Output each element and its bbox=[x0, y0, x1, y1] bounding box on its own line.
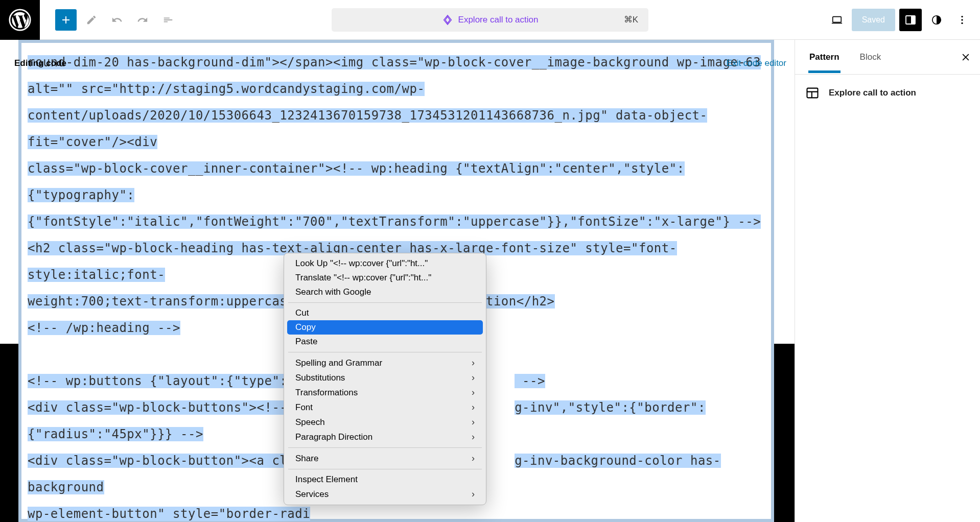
chevron-right-icon: › bbox=[472, 432, 475, 442]
menu-item-label: Cut bbox=[295, 308, 309, 318]
chevron-right-icon: › bbox=[472, 489, 475, 500]
menu-item-label: Font bbox=[295, 402, 313, 413]
close-panel-button[interactable] bbox=[955, 47, 976, 67]
shuffle-icon bbox=[442, 14, 453, 26]
kebab-icon bbox=[956, 14, 968, 26]
menu-item-label: Substitutions bbox=[295, 373, 345, 383]
close-icon bbox=[961, 52, 971, 62]
toolbar-left bbox=[40, 9, 179, 31]
menu-item[interactable]: Paragraph Direction› bbox=[284, 430, 486, 444]
svg-rect-1 bbox=[832, 16, 841, 22]
chevron-right-icon: › bbox=[472, 387, 475, 398]
plus-icon bbox=[60, 14, 72, 26]
menu-item-label: Translate "<!-- wp:cover {"url":"ht..." bbox=[295, 273, 431, 283]
editing-label: Editing code bbox=[14, 58, 66, 68]
edit-tool-button[interactable] bbox=[81, 9, 102, 31]
toolbar-right: Saved bbox=[826, 9, 980, 31]
document-overview-button[interactable] bbox=[157, 9, 179, 31]
settings-sidebar: Pattern Block Explore call to action bbox=[795, 40, 980, 522]
menu-item-label: Services bbox=[295, 489, 329, 500]
main-area: round-dim-20 has-background-dim"></span>… bbox=[0, 40, 980, 522]
options-button[interactable] bbox=[951, 9, 973, 31]
svg-point-5 bbox=[961, 15, 963, 17]
pattern-title-row: Explore call to action bbox=[795, 75, 980, 111]
wordpress-icon bbox=[9, 9, 31, 31]
command-bar-shortcut: ⌘K bbox=[624, 14, 638, 25]
undo-button[interactable] bbox=[106, 9, 128, 31]
menu-item[interactable]: Font› bbox=[284, 400, 486, 415]
menu-separator bbox=[288, 352, 482, 352]
undo-icon bbox=[111, 14, 123, 26]
svg-rect-3 bbox=[911, 16, 915, 24]
menu-item-label: Paste bbox=[295, 337, 317, 347]
pattern-title: Explore call to action bbox=[829, 88, 916, 98]
menu-item[interactable]: Look Up "<!-- wp:cover {"url":"ht..." bbox=[284, 256, 486, 271]
add-block-button[interactable] bbox=[55, 9, 77, 31]
layout-icon bbox=[805, 86, 820, 100]
menu-item-label: Inspect Element bbox=[295, 474, 358, 485]
list-icon bbox=[162, 14, 174, 26]
chevron-right-icon: › bbox=[472, 402, 475, 413]
svg-rect-8 bbox=[807, 88, 818, 98]
menu-item[interactable]: Paste bbox=[284, 335, 486, 349]
menu-item[interactable]: Copy bbox=[287, 320, 483, 335]
exit-code-editor-link[interactable]: Exit code editor bbox=[727, 58, 786, 68]
context-menu: Look Up "<!-- wp:cover {"url":"ht..."Tra… bbox=[284, 253, 486, 505]
menu-item-label: Paragraph Direction bbox=[295, 432, 372, 442]
menu-separator bbox=[288, 469, 482, 469]
sidebar-icon bbox=[904, 14, 917, 26]
svg-point-6 bbox=[961, 19, 963, 20]
menu-item-label: Look Up "<!-- wp:cover {"url":"ht..." bbox=[295, 258, 428, 269]
contrast-icon bbox=[931, 14, 942, 26]
menu-item[interactable]: Translate "<!-- wp:cover {"url":"ht..." bbox=[284, 271, 486, 285]
menu-item[interactable]: Speech› bbox=[284, 415, 486, 430]
menu-item[interactable]: Transformations› bbox=[284, 385, 486, 400]
menu-item-label: Share bbox=[295, 454, 318, 464]
settings-panel-toggle[interactable] bbox=[899, 9, 922, 31]
redo-icon bbox=[137, 14, 148, 26]
menu-item[interactable]: Services› bbox=[284, 487, 486, 502]
tab-pattern[interactable]: Pattern bbox=[799, 42, 850, 73]
command-bar-label: Explore call to action bbox=[458, 15, 539, 25]
chevron-right-icon: › bbox=[472, 417, 475, 428]
menu-item-label: Search with Google bbox=[295, 287, 371, 297]
menu-item[interactable]: Substitutions› bbox=[284, 370, 486, 385]
editing-bar: Editing code Exit code editor bbox=[14, 58, 786, 68]
wordpress-logo[interactable] bbox=[0, 0, 40, 40]
device-icon bbox=[831, 14, 843, 26]
view-button[interactable] bbox=[826, 9, 848, 31]
menu-item[interactable]: Inspect Element bbox=[284, 472, 486, 487]
chevron-right-icon: › bbox=[472, 358, 475, 368]
menu-separator bbox=[288, 447, 482, 448]
menu-item-label: Speech bbox=[295, 417, 325, 428]
chevron-right-icon: › bbox=[472, 453, 475, 464]
chevron-right-icon: › bbox=[472, 372, 475, 383]
sidebar-tabs: Pattern Block bbox=[795, 40, 980, 75]
pencil-icon bbox=[86, 14, 97, 26]
menu-item[interactable]: Spelling and Grammar› bbox=[284, 355, 486, 370]
menu-item[interactable]: Cut bbox=[284, 306, 486, 320]
top-toolbar: Explore call to action ⌘K Saved bbox=[0, 0, 980, 40]
svg-point-7 bbox=[961, 22, 963, 23]
command-bar[interactable]: Explore call to action ⌘K bbox=[332, 8, 648, 32]
menu-item-label: Transformations bbox=[295, 388, 358, 398]
menu-item-label: Copy bbox=[295, 322, 316, 333]
menu-item-label: Spelling and Grammar bbox=[295, 358, 382, 368]
styles-button[interactable] bbox=[926, 9, 947, 31]
redo-button[interactable] bbox=[132, 9, 153, 31]
menu-item[interactable]: Share› bbox=[284, 451, 486, 466]
saved-button[interactable]: Saved bbox=[852, 9, 895, 31]
menu-item[interactable]: Search with Google bbox=[284, 285, 486, 299]
tab-block[interactable]: Block bbox=[850, 42, 892, 73]
menu-separator bbox=[288, 302, 482, 303]
